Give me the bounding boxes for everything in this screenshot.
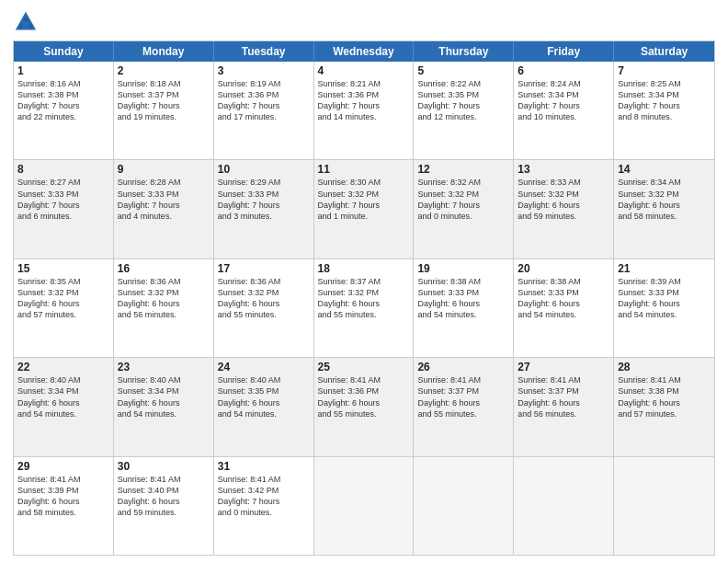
- day-number: 17: [218, 262, 310, 275]
- day-info: Sunrise: 8:18 AMSunset: 3:37 PMDaylight:…: [118, 78, 210, 123]
- day-number: 24: [218, 361, 310, 373]
- day-cell-18: 18Sunrise: 8:37 AMSunset: 3:32 PMDayligh…: [314, 259, 415, 357]
- day-number: 29: [17, 460, 109, 473]
- empty-cell: [614, 457, 714, 555]
- day-number: 12: [417, 163, 509, 176]
- day-number: 5: [417, 64, 509, 77]
- day-number: 20: [518, 262, 609, 275]
- day-cell-14: 14Sunrise: 8:34 AMSunset: 3:32 PMDayligh…: [614, 160, 714, 258]
- day-cell-9: 9Sunrise: 8:28 AMSunset: 3:33 PMDaylight…: [114, 160, 214, 258]
- day-info: Sunrise: 8:36 AMSunset: 3:32 PMDaylight:…: [218, 276, 310, 321]
- day-info: Sunrise: 8:38 AMSunset: 3:33 PMDaylight:…: [417, 276, 509, 321]
- day-info: Sunrise: 8:19 AMSunset: 3:36 PMDaylight:…: [218, 78, 310, 123]
- day-info: Sunrise: 8:40 AMSunset: 3:34 PMDaylight:…: [17, 374, 109, 419]
- day-cell-27: 27Sunrise: 8:41 AMSunset: 3:37 PMDayligh…: [514, 358, 614, 455]
- day-cell-16: 16Sunrise: 8:36 AMSunset: 3:32 PMDayligh…: [114, 259, 214, 357]
- day-number: 6: [518, 64, 609, 77]
- day-cell-26: 26Sunrise: 8:41 AMSunset: 3:37 PMDayligh…: [414, 358, 514, 455]
- day-cell-3: 3Sunrise: 8:19 AMSunset: 3:36 PMDaylight…: [214, 62, 314, 159]
- day-cell-7: 7Sunrise: 8:25 AMSunset: 3:34 PMDaylight…: [614, 62, 714, 159]
- day-of-week-wednesday: Wednesday: [314, 41, 415, 62]
- day-number: 21: [618, 262, 711, 275]
- day-number: 31: [218, 460, 310, 473]
- day-number: 23: [118, 361, 210, 373]
- day-number: 14: [618, 163, 711, 176]
- day-info: Sunrise: 8:37 AMSunset: 3:32 PMDaylight:…: [318, 276, 410, 321]
- day-cell-12: 12Sunrise: 8:32 AMSunset: 3:32 PMDayligh…: [414, 160, 514, 258]
- day-info: Sunrise: 8:35 AMSunset: 3:32 PMDaylight:…: [17, 276, 109, 321]
- day-info: Sunrise: 8:38 AMSunset: 3:33 PMDaylight:…: [518, 276, 609, 321]
- day-info: Sunrise: 8:41 AMSunset: 3:39 PMDaylight:…: [17, 474, 109, 519]
- day-info: Sunrise: 8:36 AMSunset: 3:32 PMDaylight:…: [118, 276, 210, 321]
- day-cell-31: 31Sunrise: 8:41 AMSunset: 3:42 PMDayligh…: [214, 457, 314, 555]
- day-of-week-sunday: Sunday: [14, 41, 114, 62]
- header: [13, 9, 715, 35]
- day-info: Sunrise: 8:27 AMSunset: 3:33 PMDaylight:…: [17, 177, 109, 222]
- day-info: Sunrise: 8:25 AMSunset: 3:34 PMDaylight:…: [618, 78, 711, 123]
- day-info: Sunrise: 8:24 AMSunset: 3:34 PMDaylight:…: [518, 78, 609, 123]
- empty-cell: [414, 457, 514, 555]
- day-cell-8: 8Sunrise: 8:27 AMSunset: 3:33 PMDaylight…: [14, 160, 114, 258]
- day-number: 4: [318, 64, 410, 77]
- day-number: 2: [118, 64, 210, 77]
- svg-rect-2: [22, 21, 28, 28]
- calendar: SundayMondayTuesdayWednesdayThursdayFrid…: [13, 40, 715, 556]
- day-number: 16: [118, 262, 210, 275]
- day-cell-19: 19Sunrise: 8:38 AMSunset: 3:33 PMDayligh…: [414, 259, 514, 357]
- day-number: 9: [118, 163, 210, 176]
- day-cell-6: 6Sunrise: 8:24 AMSunset: 3:34 PMDaylight…: [514, 62, 614, 159]
- day-info: Sunrise: 8:16 AMSunset: 3:38 PMDaylight:…: [17, 78, 109, 123]
- day-info: Sunrise: 8:33 AMSunset: 3:32 PMDaylight:…: [518, 177, 609, 222]
- empty-cell: [314, 457, 415, 555]
- day-of-week-thursday: Thursday: [414, 41, 514, 62]
- day-info: Sunrise: 8:39 AMSunset: 3:33 PMDaylight:…: [618, 276, 711, 321]
- day-number: 8: [17, 163, 109, 176]
- day-number: 1: [17, 64, 109, 77]
- day-cell-23: 23Sunrise: 8:40 AMSunset: 3:34 PMDayligh…: [114, 358, 214, 455]
- day-info: Sunrise: 8:41 AMSunset: 3:42 PMDaylight:…: [218, 474, 310, 519]
- day-cell-13: 13Sunrise: 8:33 AMSunset: 3:32 PMDayligh…: [514, 160, 614, 258]
- day-number: 25: [318, 361, 410, 373]
- day-cell-5: 5Sunrise: 8:22 AMSunset: 3:35 PMDaylight…: [414, 62, 514, 159]
- day-cell-30: 30Sunrise: 8:41 AMSunset: 3:40 PMDayligh…: [114, 457, 214, 555]
- calendar-row-4: 22Sunrise: 8:40 AMSunset: 3:34 PMDayligh…: [14, 357, 714, 455]
- day-number: 19: [417, 262, 509, 275]
- calendar-row-3: 15Sunrise: 8:35 AMSunset: 3:32 PMDayligh…: [14, 259, 714, 357]
- day-cell-24: 24Sunrise: 8:40 AMSunset: 3:35 PMDayligh…: [214, 358, 314, 455]
- logo: [13, 9, 42, 35]
- day-number: 13: [518, 163, 609, 176]
- main-container: SundayMondayTuesdayWednesdayThursdayFrid…: [0, 0, 728, 563]
- day-cell-20: 20Sunrise: 8:38 AMSunset: 3:33 PMDayligh…: [514, 259, 614, 357]
- day-info: Sunrise: 8:22 AMSunset: 3:35 PMDaylight:…: [417, 78, 509, 123]
- calendar-row-2: 8Sunrise: 8:27 AMSunset: 3:33 PMDaylight…: [14, 159, 714, 258]
- day-cell-28: 28Sunrise: 8:41 AMSunset: 3:38 PMDayligh…: [614, 358, 714, 455]
- day-number: 22: [17, 361, 109, 373]
- day-cell-21: 21Sunrise: 8:39 AMSunset: 3:33 PMDayligh…: [614, 259, 714, 357]
- day-info: Sunrise: 8:29 AMSunset: 3:33 PMDaylight:…: [218, 177, 310, 222]
- day-cell-2: 2Sunrise: 8:18 AMSunset: 3:37 PMDaylight…: [114, 62, 214, 159]
- calendar-header: SundayMondayTuesdayWednesdayThursdayFrid…: [14, 41, 714, 62]
- day-of-week-tuesday: Tuesday: [214, 41, 314, 62]
- day-cell-15: 15Sunrise: 8:35 AMSunset: 3:32 PMDayligh…: [14, 259, 114, 357]
- day-cell-1: 1Sunrise: 8:16 AMSunset: 3:38 PMDaylight…: [14, 62, 114, 159]
- empty-cell: [514, 457, 614, 555]
- day-info: Sunrise: 8:21 AMSunset: 3:36 PMDaylight:…: [318, 78, 410, 123]
- day-info: Sunrise: 8:30 AMSunset: 3:32 PMDaylight:…: [318, 177, 410, 222]
- day-cell-22: 22Sunrise: 8:40 AMSunset: 3:34 PMDayligh…: [14, 358, 114, 455]
- day-cell-25: 25Sunrise: 8:41 AMSunset: 3:36 PMDayligh…: [314, 358, 415, 455]
- logo-icon: [13, 9, 39, 35]
- calendar-body: 1Sunrise: 8:16 AMSunset: 3:38 PMDaylight…: [14, 62, 714, 555]
- day-of-week-friday: Friday: [514, 41, 614, 62]
- day-info: Sunrise: 8:41 AMSunset: 3:36 PMDaylight:…: [318, 374, 410, 419]
- day-number: 27: [518, 361, 609, 373]
- day-number: 11: [318, 163, 410, 176]
- day-number: 30: [118, 460, 210, 473]
- day-cell-10: 10Sunrise: 8:29 AMSunset: 3:33 PMDayligh…: [214, 160, 314, 258]
- day-cell-17: 17Sunrise: 8:36 AMSunset: 3:32 PMDayligh…: [214, 259, 314, 357]
- day-number: 15: [17, 262, 109, 275]
- day-cell-11: 11Sunrise: 8:30 AMSunset: 3:32 PMDayligh…: [314, 160, 415, 258]
- day-cell-4: 4Sunrise: 8:21 AMSunset: 3:36 PMDaylight…: [314, 62, 415, 159]
- calendar-row-5: 29Sunrise: 8:41 AMSunset: 3:39 PMDayligh…: [14, 456, 714, 555]
- day-number: 26: [417, 361, 509, 373]
- day-number: 10: [218, 163, 310, 176]
